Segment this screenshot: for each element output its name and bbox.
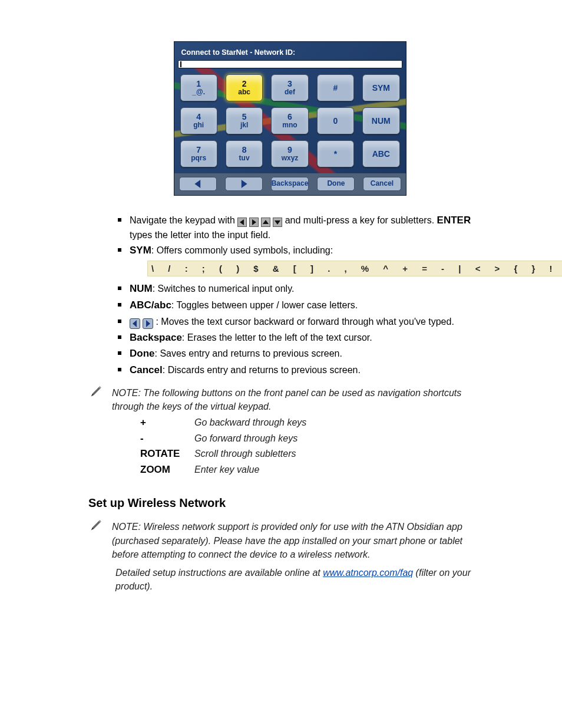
note-wireless-text: NOTE: Wireless network support is provid…: [112, 518, 491, 561]
key-3[interactable]: 3def: [271, 74, 308, 101]
key-2[interactable]: 2abc: [226, 74, 263, 101]
key-cursor-left[interactable]: [179, 177, 217, 191]
bullet-sym: SYM: Offers commonly used symbols, inclu…: [118, 243, 491, 280]
shortcut-list: +Go backward through keys -Go forward th…: [140, 416, 491, 477]
key-cursor-right[interactable]: [225, 177, 263, 191]
key-8[interactable]: 8tuv: [226, 140, 263, 167]
enter-label: ENTER: [437, 215, 471, 226]
keypad-title: Connect to StarNet - Network ID:: [178, 45, 402, 60]
note-shortcuts: NOTE: The following buttons on the front…: [87, 384, 491, 413]
key-1[interactable]: 1_@.: [180, 74, 217, 101]
virtual-keypad: Connect to StarNet - Network ID: 1_@. 2a…: [174, 41, 406, 196]
key-7[interactable]: 7pqrs: [180, 140, 217, 167]
key-0[interactable]: 0: [317, 107, 354, 134]
svg-marker-0: [194, 180, 200, 188]
svg-marker-3: [252, 219, 256, 225]
bullet-marker: [118, 303, 121, 307]
pencil-icon: [87, 518, 104, 534]
symbol-list: \ / : ; ( ) $ & [ ] . , % ^ + = - | < > …: [147, 261, 562, 277]
shortcut-rotate: ROTATEScroll through subletters: [140, 447, 491, 462]
key-4[interactable]: 4ghi: [180, 107, 217, 134]
arrow-icons: [237, 218, 282, 227]
key-5[interactable]: 5jkl: [226, 107, 263, 134]
bullet-cancel: Cancel: Discards entry and returns to pr…: [118, 363, 491, 378]
key-sym[interactable]: SYM: [362, 74, 399, 101]
shortcut-plus: +Go backward through keys: [140, 416, 491, 430]
svg-marker-4: [263, 220, 269, 224]
svg-marker-2: [240, 219, 244, 225]
svg-rect-11: [92, 521, 101, 529]
pencil-icon: [87, 384, 104, 400]
svg-marker-1: [241, 180, 247, 188]
key-star[interactable]: *: [317, 140, 354, 167]
key-6[interactable]: 6mno: [271, 107, 308, 134]
keypad-figure: Connect to StarNet - Network ID: 1_@. 2a…: [174, 41, 406, 196]
bullet-backspace: Backspace: Erases the letter to the left…: [118, 331, 491, 345]
arrow-right-icon: [249, 218, 259, 227]
keypad-grid: 1_@. 2abc 3def # SYM 4ghi 5jkl 6mno 0 NU…: [178, 71, 402, 171]
note-wireless-link-line: Detailed setup instructions are availabl…: [115, 566, 491, 593]
bullet-left-right: : Moves the text cursor backward or forw…: [118, 315, 491, 329]
key-backspace[interactable]: Backspace: [271, 177, 309, 191]
bullet-arrow-nav: Navigate the keypad with and multi-press…: [118, 213, 491, 242]
keypad-help-list: Navigate the keypad with and multi-press…: [118, 213, 491, 377]
bullet-marker: [118, 286, 121, 290]
svg-marker-5: [275, 220, 280, 225]
bullet-done: Done: Saves entry and returns to previou…: [118, 347, 491, 361]
section-title: Set up Wireless Network: [88, 495, 491, 512]
bullet-marker: [118, 368, 121, 371]
note-text: NOTE: The following buttons on the front…: [112, 384, 491, 413]
svg-rect-8: [92, 387, 101, 395]
key-done[interactable]: Done: [317, 177, 355, 191]
bullet-marker: [118, 351, 121, 355]
network-id-input[interactable]: [178, 60, 402, 68]
key-cancel[interactable]: Cancel: [363, 177, 401, 191]
text-caret: [180, 61, 181, 67]
bullet-marker: [118, 319, 121, 323]
bullet-abc: ABC/abc: Toggles between upper / lower c…: [118, 298, 491, 313]
bullet-num: NUM: Switches to numerical input only.: [118, 282, 491, 297]
bullet-marker: [118, 218, 121, 222]
cursor-right-icon: [143, 318, 153, 329]
key-hash[interactable]: #: [317, 74, 354, 101]
shortcut-zoom: ZOOMEnter key value: [140, 463, 491, 477]
key-num[interactable]: NUM: [362, 107, 399, 134]
key-abc[interactable]: ABC: [362, 140, 399, 167]
cursor-arrows-icon: [130, 318, 153, 329]
shortcut-minus: -Go forward through keys: [140, 431, 491, 446]
cursor-left-icon: [130, 318, 140, 329]
arrow-up-icon: [261, 218, 270, 227]
arrow-left-icon: [237, 218, 247, 227]
note-wireless: NOTE: Wireless network support is provid…: [87, 518, 491, 561]
bullet-marker: [118, 248, 121, 252]
key-9[interactable]: 9wxyz: [271, 140, 308, 167]
arrow-down-icon: [273, 218, 282, 227]
bullet-marker: [118, 335, 121, 339]
svg-marker-7: [146, 320, 150, 327]
faq-link[interactable]: www.atncorp.com/faq: [323, 568, 413, 578]
svg-marker-6: [133, 320, 137, 327]
keypad-bottom-row: Backspace Done Cancel: [174, 173, 406, 195]
